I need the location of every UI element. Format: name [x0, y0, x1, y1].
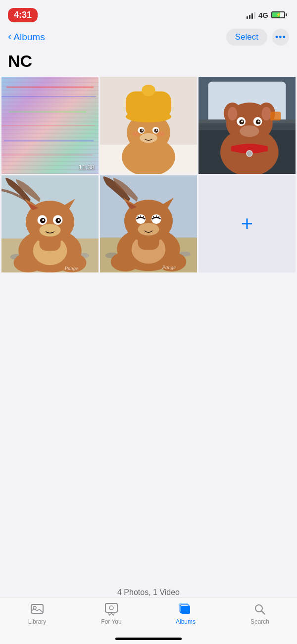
tab-library[interactable]: Library — [0, 602, 74, 625]
svg-point-41 — [261, 107, 271, 120]
photo-timestamp-1: 11:38 — [78, 163, 95, 171]
tab-for-you[interactable]: For You — [74, 602, 148, 625]
svg-point-53 — [240, 125, 259, 137]
search-tab-label: Search — [250, 618, 269, 625]
for-you-tab-label: For You — [101, 618, 121, 625]
svg-line-113 — [262, 611, 265, 615]
album-title-section: NC — [0, 50, 297, 77]
svg-text:Pange: Pange — [161, 264, 176, 270]
photo-count-label: 4 Photos, 1 Video — [117, 588, 180, 596]
photo-cell-4[interactable]: Pange — [1, 175, 99, 272]
photo-cell-5[interactable]: Pange — [100, 175, 197, 272]
more-button[interactable]: ••• — [272, 29, 289, 46]
svg-point-27 — [132, 132, 140, 137]
search-tab-icon — [252, 602, 267, 616]
svg-rect-1 — [6, 87, 94, 88]
back-chevron-icon: ‹ — [8, 30, 11, 43]
tab-search[interactable]: Search — [223, 602, 297, 625]
svg-text:Pange: Pange — [64, 265, 78, 271]
photo-cell-3[interactable] — [198, 77, 296, 174]
svg-point-28 — [157, 132, 165, 137]
photo-cell-1[interactable]: 11:38 — [1, 77, 99, 174]
add-photo-cell[interactable]: + — [198, 175, 296, 272]
albums-tab-label: Albums — [176, 618, 196, 625]
select-button[interactable]: Select — [226, 29, 267, 46]
back-button[interactable]: ‹ Albums — [8, 31, 45, 43]
photo-cell-2[interactable] — [100, 77, 197, 174]
for-you-tab-icon — [104, 602, 119, 616]
photo-grid: 11:38 — [0, 77, 297, 272]
svg-point-77 — [39, 224, 60, 236]
svg-point-108 — [109, 606, 113, 610]
status-right: 4G ⚡ — [247, 11, 287, 19]
svg-rect-5 — [4, 140, 94, 141]
svg-rect-6 — [1, 155, 93, 156]
svg-point-50 — [241, 120, 243, 122]
svg-rect-3 — [9, 111, 87, 113]
library-tab-icon — [30, 602, 45, 616]
add-icon: + — [241, 214, 253, 234]
albums-tab-icon — [178, 602, 193, 616]
svg-point-40 — [228, 107, 238, 120]
svg-point-26 — [140, 133, 157, 143]
back-label: Albums — [13, 32, 45, 43]
svg-rect-105 — [31, 604, 43, 613]
svg-rect-4 — [1, 125, 95, 126]
signal-bars-icon — [247, 11, 255, 19]
status-time: 4:31 — [8, 8, 38, 22]
svg-point-75 — [58, 219, 60, 221]
tab-bar: Library For You Albums — [0, 597, 297, 644]
svg-rect-54 — [270, 112, 281, 121]
svg-point-74 — [42, 219, 44, 221]
svg-point-103 — [138, 223, 159, 235]
svg-point-45 — [247, 151, 252, 156]
status-bar: 4:31 4G ⚡ — [0, 0, 297, 25]
album-title: NC — [8, 52, 32, 70]
ellipsis-icon: ••• — [275, 32, 286, 43]
svg-point-23 — [142, 129, 143, 131]
battery-icon: ⚡ — [271, 11, 287, 18]
network-label: 4G — [258, 11, 268, 19]
svg-rect-107 — [105, 603, 117, 612]
header-actions: Select ••• — [226, 29, 289, 46]
svg-point-24 — [156, 129, 157, 131]
library-tab-label: Library — [28, 618, 47, 625]
footer-status: 4 Photos, 1 Video — [0, 588, 297, 597]
navigation-header: ‹ Albums Select ••• — [0, 25, 297, 50]
svg-rect-2 — [1, 96, 96, 97]
tab-albums[interactable]: Albums — [148, 602, 223, 625]
svg-point-51 — [258, 120, 260, 122]
home-indicator — [115, 638, 182, 640]
svg-point-18 — [142, 85, 155, 97]
